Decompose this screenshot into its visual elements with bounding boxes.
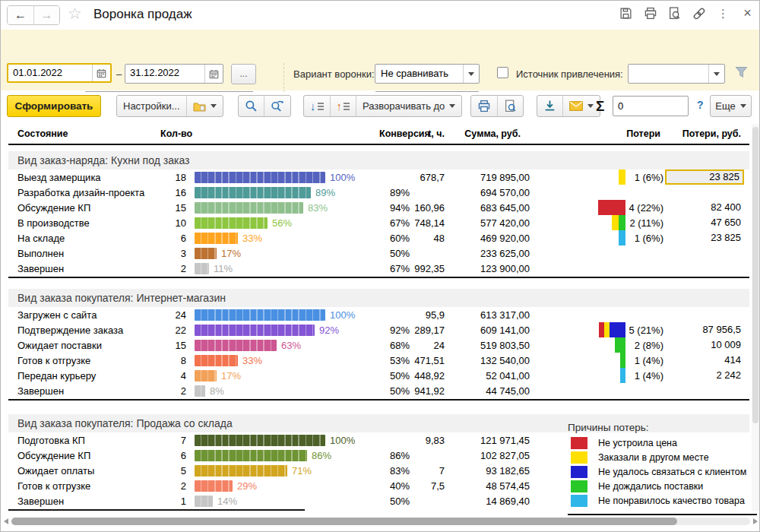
loss-count-cell[interactable]: 5 (21%) <box>625 325 665 336</box>
more-menu-icon[interactable]: ⋮ <box>716 6 730 21</box>
time-cell[interactable]: 471,51 <box>411 355 446 366</box>
table-row[interactable]: Завершен28%50%941,9244 745,00 <box>8 383 749 398</box>
table-row[interactable]: Ожидает поставки1563%68%24519 803,502 (8… <box>8 337 749 353</box>
state-cell[interactable]: Подготовка КП <box>8 435 153 446</box>
time-cell[interactable]: 9,83 <box>411 435 446 446</box>
conversion-cell[interactable]: 67% <box>378 217 411 229</box>
state-cell[interactable]: Подтверждение заказа <box>8 325 153 336</box>
loss-sum-cell[interactable]: 2 242 <box>665 368 744 383</box>
time-cell[interactable]: 7 <box>411 465 446 477</box>
horizontal-scrollbar[interactable] <box>1 515 760 527</box>
settings-button[interactable]: Настройки... <box>117 96 187 116</box>
table-row[interactable]: В производстве1056%67%748,14577 420,002 … <box>8 215 749 230</box>
state-cell[interactable]: Выполнен <box>8 248 153 259</box>
sum-cell[interactable]: 609 141,00 <box>446 325 531 336</box>
forward-button[interactable]: → <box>33 6 59 24</box>
state-cell[interactable]: Завершен <box>8 263 153 274</box>
sum-cell[interactable]: 14 869,40 <box>446 496 531 507</box>
loss-sum-cell[interactable]: 82 400 <box>665 200 744 215</box>
date-from-field[interactable]: 01.01.2022 <box>7 63 112 83</box>
loss-sum-cell[interactable]: 23 825 <box>665 230 744 245</box>
section-group-header[interactable]: Вид заказа покупателя: Интернет-магазин <box>8 289 749 307</box>
state-cell[interactable]: Готов к отгрузке <box>8 480 153 492</box>
sum-cell[interactable]: 519 803,50 <box>446 340 531 351</box>
count-cell[interactable]: 6 <box>153 233 188 244</box>
collapse-groups-button[interactable]: ↓ <box>304 96 331 116</box>
vertical-scrollbar[interactable] <box>752 124 759 511</box>
save-file-button[interactable] <box>537 96 563 116</box>
sum-cell[interactable]: 48 574,45 <box>446 480 531 492</box>
conversion-cell[interactable]: 50% <box>378 385 411 397</box>
preview-icon[interactable] <box>667 6 682 21</box>
date-from-value[interactable]: 01.01.2022 <box>8 65 92 81</box>
state-cell[interactable]: В производстве <box>8 217 153 229</box>
table-row[interactable]: На складе633%60%48469 920,001 (6%)23 825 <box>8 230 749 245</box>
report-variants-button[interactable] <box>187 96 223 116</box>
print-preview-button[interactable] <box>498 96 523 116</box>
sum-cell[interactable]: 613 317,00 <box>446 309 531 321</box>
vertical-scrollbar-thumb[interactable] <box>752 127 758 423</box>
table-row[interactable]: Обсуждение КП1583%94%160,96683 645,004 (… <box>8 200 749 215</box>
count-cell[interactable]: 4 <box>153 370 188 382</box>
table-row[interactable]: Загружен с сайта24100%95,9613 317,00 <box>8 307 749 322</box>
loss-sum-cell[interactable] <box>665 185 744 200</box>
state-cell[interactable]: Готов к отгрузке <box>8 355 153 366</box>
sum-input[interactable] <box>613 96 689 116</box>
time-cell[interactable]: 7,5 <box>411 480 446 492</box>
time-cell[interactable]: 24 <box>411 340 446 351</box>
count-cell[interactable]: 16 <box>153 187 188 198</box>
loss-sum-cell[interactable]: 10 009 <box>665 337 744 353</box>
state-cell[interactable]: Завершен <box>8 385 153 397</box>
table-row[interactable]: Готов к отгрузке833%53%471,51132 540,001… <box>8 353 749 368</box>
conversion-cell[interactable]: 50% <box>378 370 411 382</box>
time-cell[interactable]: 748,14 <box>411 217 446 229</box>
count-cell[interactable]: 22 <box>153 325 188 336</box>
conversion-cell[interactable]: 67% <box>378 263 411 274</box>
count-cell[interactable]: 15 <box>153 340 188 351</box>
count-cell[interactable]: 2 <box>153 385 188 397</box>
count-cell[interactable]: 3 <box>153 248 188 259</box>
state-cell[interactable]: Ожидает поставки <box>8 340 153 351</box>
state-cell[interactable]: Завершен <box>8 496 153 507</box>
conversion-cell[interactable]: 53% <box>378 355 411 366</box>
count-cell[interactable]: 8 <box>153 355 188 366</box>
loss-count-cell[interactable]: 2 (8%) <box>625 340 665 351</box>
time-cell[interactable]: 95,9 <box>411 309 446 321</box>
sum-cell[interactable]: 719 895,00 <box>446 172 531 183</box>
favorite-star-icon[interactable]: ☆ <box>68 5 82 23</box>
conversion-cell[interactable]: 86% <box>378 450 411 461</box>
close-icon[interactable]: × <box>740 6 755 21</box>
sum-cell[interactable]: 233 625,00 <box>446 248 531 259</box>
print-icon[interactable] <box>643 6 657 21</box>
state-cell[interactable]: Загружен с сайта <box>8 309 153 321</box>
count-cell[interactable]: 2 <box>153 263 188 274</box>
horizontal-scrollbar-thumb[interactable] <box>11 518 677 525</box>
count-cell[interactable]: 18 <box>153 172 188 183</box>
sum-cell[interactable]: 132 540,00 <box>446 355 531 366</box>
loss-sum-cell[interactable] <box>665 261 744 276</box>
state-cell[interactable]: Ожидает оплаты <box>8 465 153 477</box>
loss-sum-cell[interactable] <box>665 307 744 322</box>
sum-cell[interactable]: 123 900,00 <box>446 263 531 274</box>
more-actions-button[interactable]: Еще <box>711 96 751 116</box>
loss-sum-cell[interactable] <box>665 245 744 261</box>
state-cell[interactable]: Обсуждение КП <box>8 202 153 214</box>
count-cell[interactable]: 24 <box>153 309 188 321</box>
chevron-down-icon[interactable] <box>463 65 479 83</box>
count-cell[interactable]: 2 <box>153 480 188 492</box>
conversion-cell[interactable]: 50% <box>378 248 411 259</box>
search-button[interactable] <box>239 96 264 116</box>
state-cell[interactable]: Передан курьеру <box>8 370 153 382</box>
table-row[interactable]: Подтверждение заказа2292%92%289,17609 14… <box>8 322 749 337</box>
count-cell[interactable]: 15 <box>153 202 188 214</box>
sum-cell[interactable]: 93 182,65 <box>446 465 531 477</box>
table-row[interactable]: Разработка дизайн-проекта1689%89%694 570… <box>8 185 749 200</box>
state-cell[interactable]: Выезд замерщика <box>8 172 153 183</box>
sum-cell[interactable]: 577 420,00 <box>446 217 531 229</box>
loss-count-cell[interactable]: 1 (6%) <box>625 233 665 244</box>
conversion-cell[interactable]: 83% <box>378 465 411 477</box>
sum-cell[interactable]: 469 920,00 <box>446 233 531 244</box>
link-icon[interactable] <box>692 6 706 21</box>
calendar-icon[interactable] <box>204 65 223 83</box>
help-link[interactable]: ? <box>697 99 704 111</box>
